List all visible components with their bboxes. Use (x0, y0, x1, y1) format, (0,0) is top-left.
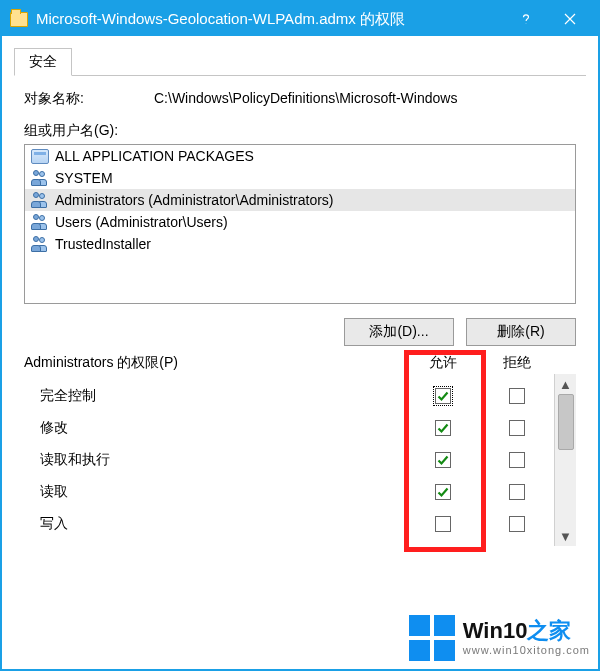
window-title: Microsoft-Windows-Geolocation-WLPAdm.adm… (36, 10, 504, 29)
deny-column-header: 拒绝 (480, 354, 554, 372)
deny-cell (480, 388, 554, 404)
permissions-area: 完全控制修改读取和执行读取写入 ▲ ▼ (24, 374, 576, 546)
remove-button[interactable]: 删除(R) (466, 318, 576, 346)
checkbox[interactable] (435, 516, 451, 532)
object-name-value: C:\Windows\PolicyDefinitions\Microsoft-W… (154, 90, 576, 108)
permission-row: 完全控制 (40, 380, 554, 412)
permission-row: 写入 (40, 508, 554, 540)
checkbox[interactable] (509, 516, 525, 532)
titlebar: Microsoft-Windows-Geolocation-WLPAdm.adm… (2, 2, 598, 36)
deny-cell (480, 484, 554, 500)
permission-label: 修改 (40, 419, 406, 437)
scroll-thumb[interactable] (558, 394, 574, 450)
allow-cell (406, 420, 480, 436)
allow-column-header: 允许 (406, 354, 480, 372)
scroll-down-icon[interactable]: ▼ (555, 526, 577, 546)
users-icon (31, 236, 49, 252)
list-item[interactable]: Administrators (Administrator\Administra… (25, 189, 575, 211)
groups-button-row: 添加(D)... 删除(R) (24, 318, 576, 346)
tab-row: 安全 (14, 48, 586, 76)
allow-cell (406, 388, 480, 404)
watermark-text: Win10之家 www.win10xitong.com (463, 620, 590, 656)
scroll-up-icon[interactable]: ▲ (555, 374, 577, 394)
deny-cell (480, 516, 554, 532)
scroll-track[interactable] (555, 394, 577, 526)
users-icon (31, 170, 49, 186)
users-icon (31, 192, 49, 208)
permissions-title: Administrators 的权限(P) (24, 354, 178, 372)
permission-label: 完全控制 (40, 387, 406, 405)
permission-row: 修改 (40, 412, 554, 444)
checkbox[interactable] (435, 420, 451, 436)
groups-listbox[interactable]: ALL APPLICATION PACKAGESSYSTEMAdministra… (24, 144, 576, 304)
permissions-scrollbar[interactable]: ▲ ▼ (554, 374, 576, 546)
list-item[interactable]: SYSTEM (25, 167, 575, 189)
permissions-header: Administrators 的权限(P) 允许 拒绝 (24, 354, 576, 372)
deny-cell (480, 420, 554, 436)
object-name-label: 对象名称: (24, 90, 154, 108)
permission-label: 写入 (40, 515, 406, 533)
help-button[interactable] (504, 2, 548, 36)
object-name-row: 对象名称: C:\Windows\PolicyDefinitions\Micro… (24, 90, 576, 108)
permission-row: 读取和执行 (40, 444, 554, 476)
checkbox[interactable] (509, 484, 525, 500)
permission-row: 读取 (40, 476, 554, 508)
allow-cell (406, 516, 480, 532)
groups-label: 组或用户名(G): (24, 122, 576, 140)
list-item-label: Users (Administrator\Users) (55, 214, 228, 230)
checkbox[interactable] (435, 388, 451, 404)
security-panel: 对象名称: C:\Windows\PolicyDefinitions\Micro… (2, 76, 598, 558)
close-button[interactable] (548, 2, 592, 36)
list-item-label: ALL APPLICATION PACKAGES (55, 148, 254, 164)
tab-security[interactable]: 安全 (14, 48, 72, 76)
package-icon (31, 149, 49, 164)
list-item[interactable]: TrustedInstaller (25, 233, 575, 255)
watermark: Win10之家 www.win10xitong.com (409, 615, 590, 661)
list-item-label: TrustedInstaller (55, 236, 151, 252)
permission-label: 读取 (40, 483, 406, 501)
list-item[interactable]: ALL APPLICATION PACKAGES (25, 145, 575, 167)
allow-cell (406, 484, 480, 500)
list-item-label: Administrators (Administrator\Administra… (55, 192, 334, 208)
checkbox[interactable] (509, 420, 525, 436)
checkbox[interactable] (509, 452, 525, 468)
permission-label: 读取和执行 (40, 451, 406, 469)
list-item-label: SYSTEM (55, 170, 113, 186)
checkbox[interactable] (435, 452, 451, 468)
checkbox[interactable] (509, 388, 525, 404)
list-item[interactable]: Users (Administrator\Users) (25, 211, 575, 233)
deny-cell (480, 452, 554, 468)
add-button[interactable]: 添加(D)... (344, 318, 454, 346)
allow-cell (406, 452, 480, 468)
permissions-list: 完全控制修改读取和执行读取写入 (24, 374, 554, 546)
folder-icon (10, 12, 28, 27)
checkbox[interactable] (435, 484, 451, 500)
users-icon (31, 214, 49, 230)
windows-logo-icon (409, 615, 455, 661)
